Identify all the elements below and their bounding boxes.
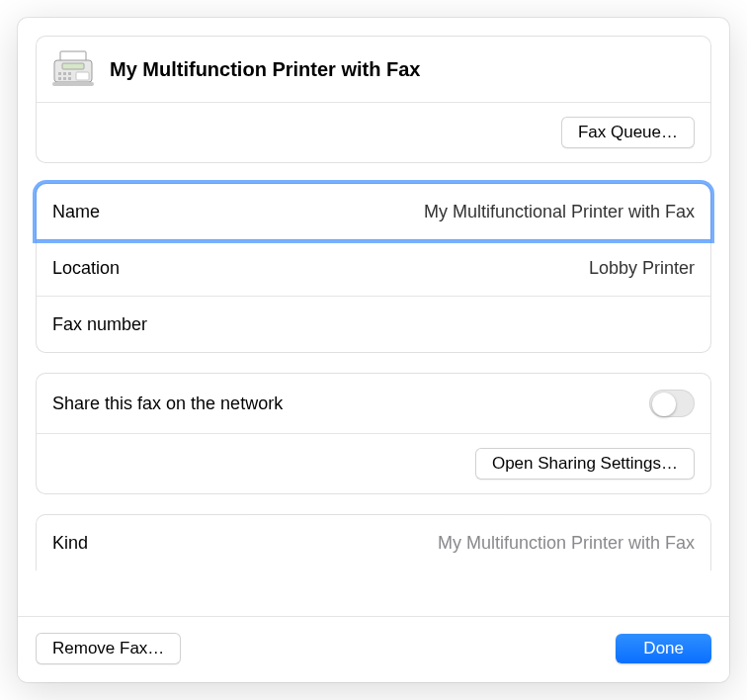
content-area: My Multifunction Printer with Fax Fax Qu… bbox=[18, 18, 729, 616]
open-sharing-settings-button[interactable]: Open Sharing Settings… bbox=[475, 448, 695, 480]
done-button[interactable]: Done bbox=[616, 634, 711, 663]
name-row[interactable]: Name My Multifunctional Printer with Fax bbox=[37, 184, 710, 239]
location-label: Location bbox=[52, 258, 120, 279]
fax-settings-dialog: My Multifunction Printer with Fax Fax Qu… bbox=[18, 18, 729, 682]
fax-number-label: Fax number bbox=[52, 314, 147, 335]
bottom-bar: Remove Fax… Done bbox=[18, 616, 729, 682]
name-value: My Multifunctional Printer with Fax bbox=[424, 202, 695, 222]
location-value: Lobby Printer bbox=[589, 258, 695, 279]
fax-queue-button[interactable]: Fax Queue… bbox=[561, 117, 695, 148]
sharing-section: Share this fax on the network Open Shari… bbox=[36, 373, 711, 494]
header-title: My Multifunction Printer with Fax bbox=[110, 58, 420, 81]
kind-row: Kind My Multifunction Printer with Fax bbox=[37, 515, 710, 570]
fax-number-row[interactable]: Fax number bbox=[37, 297, 710, 352]
svg-rect-3 bbox=[58, 72, 61, 75]
header-section: My Multifunction Printer with Fax Fax Qu… bbox=[36, 36, 711, 163]
svg-rect-4 bbox=[63, 72, 66, 75]
kind-section: Kind My Multifunction Printer with Fax bbox=[36, 514, 711, 570]
open-sharing-row: Open Sharing Settings… bbox=[37, 434, 710, 493]
details-section: Name My Multifunctional Printer with Fax… bbox=[36, 183, 711, 353]
fax-machine-icon bbox=[52, 50, 94, 88]
toggle-knob bbox=[652, 393, 676, 416]
share-toggle[interactable] bbox=[649, 390, 695, 417]
kind-label: Kind bbox=[52, 533, 88, 554]
svg-rect-6 bbox=[58, 77, 61, 80]
location-row[interactable]: Location Lobby Printer bbox=[37, 240, 710, 296]
share-toggle-row: Share this fax on the network bbox=[37, 374, 710, 433]
fax-queue-row: Fax Queue… bbox=[37, 103, 710, 162]
svg-rect-7 bbox=[63, 77, 66, 80]
header-row: My Multifunction Printer with Fax bbox=[37, 37, 710, 102]
svg-rect-9 bbox=[76, 72, 89, 80]
remove-fax-button[interactable]: Remove Fax… bbox=[36, 633, 181, 664]
name-label: Name bbox=[52, 202, 100, 222]
svg-rect-5 bbox=[68, 72, 71, 75]
share-label: Share this fax on the network bbox=[52, 394, 283, 414]
svg-rect-8 bbox=[68, 77, 71, 80]
svg-rect-10 bbox=[52, 82, 94, 86]
svg-rect-2 bbox=[62, 63, 84, 69]
kind-value: My Multifunction Printer with Fax bbox=[438, 533, 695, 554]
